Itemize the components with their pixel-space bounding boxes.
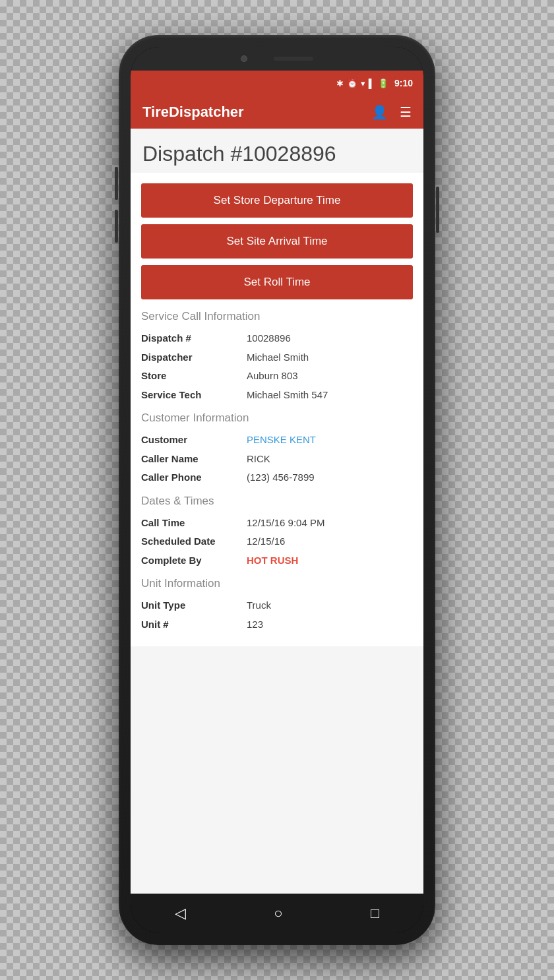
- logo-bold: Dispatcher: [169, 104, 244, 120]
- bluetooth-icon: ✱: [336, 78, 344, 88]
- customer-info-section-header: Customer Information: [141, 412, 413, 427]
- page-title: Dispatch #10028896: [131, 129, 423, 173]
- app-logo: TireDispatcher: [142, 104, 244, 121]
- call-time-row: Call Time 12/15/16 9:04 PM: [141, 516, 413, 531]
- caller-phone-value: (123) 456-7899: [247, 470, 413, 485]
- dispatch-number-value: 10028896: [247, 331, 413, 346]
- bottom-nav: ◁ ○ □: [131, 894, 423, 933]
- unit-number-value: 123: [247, 617, 413, 632]
- phone-screen: ✱ ⏰ ▾ ▌ 🔋 9:10 TireDispatcher 👤 ☰ Dispat…: [131, 47, 423, 933]
- caller-name-label: Caller Name: [141, 452, 247, 467]
- dates-times-section-header: Dates & Times: [141, 495, 413, 510]
- set-roll-time-button[interactable]: Set Roll Time: [141, 265, 413, 299]
- service-tech-row: Service Tech Michael Smith 547: [141, 388, 413, 403]
- signal-icon: ▌: [369, 78, 375, 88]
- dispatcher-label: Dispatcher: [141, 350, 247, 365]
- content-area: Dispatch #10028896 Set Store Departure T…: [131, 129, 423, 894]
- scheduled-date-row: Scheduled Date 12/15/16: [141, 534, 413, 549]
- dispatch-number-row: Dispatch # 10028896: [141, 331, 413, 346]
- customer-row: Customer PENSKE KENT: [141, 433, 413, 448]
- store-label: Store: [141, 369, 247, 384]
- service-tech-label: Service Tech: [141, 388, 247, 403]
- status-bar: ✱ ⏰ ▾ ▌ 🔋 9:10: [131, 71, 423, 96]
- home-button[interactable]: ○: [267, 898, 289, 929]
- main-card: Set Store Departure Time Set Site Arriva…: [131, 173, 423, 646]
- dispatcher-value: Michael Smith: [247, 350, 413, 365]
- call-time-value: 12/15/16 9:04 PM: [247, 516, 413, 531]
- call-time-label: Call Time: [141, 516, 247, 531]
- unit-type-label: Unit Type: [141, 598, 247, 613]
- caller-phone-row: Caller Phone (123) 456-7899: [141, 470, 413, 485]
- battery-icon: 🔋: [378, 78, 388, 88]
- caller-name-row: Caller Name RICK: [141, 452, 413, 467]
- power-button[interactable]: [436, 187, 439, 233]
- complete-by-value: HOT RUSH: [247, 553, 413, 568]
- scheduled-date-value: 12/15/16: [247, 534, 413, 549]
- camera: [241, 55, 247, 62]
- customer-value[interactable]: PENSKE KENT: [247, 433, 413, 448]
- header-icons: 👤 ☰: [371, 104, 412, 120]
- complete-by-label: Complete By: [141, 553, 247, 568]
- phone-notch: [131, 47, 423, 71]
- phone-device: ✱ ⏰ ▾ ▌ 🔋 9:10 TireDispatcher 👤 ☰ Dispat…: [119, 35, 435, 945]
- customer-label: Customer: [141, 433, 247, 448]
- status-time: 9:10: [394, 78, 413, 88]
- menu-icon[interactable]: ☰: [400, 104, 412, 120]
- set-store-departure-button[interactable]: Set Store Departure Time: [141, 183, 413, 218]
- dispatcher-row: Dispatcher Michael Smith: [141, 350, 413, 365]
- app-header: TireDispatcher 👤 ☰: [131, 96, 423, 129]
- complete-by-row: Complete By HOT RUSH: [141, 553, 413, 568]
- service-call-section-header: Service Call Information: [141, 310, 413, 326]
- volume-up-button[interactable]: [115, 167, 118, 200]
- back-button[interactable]: ◁: [168, 898, 193, 929]
- store-value: Auburn 803: [247, 369, 413, 384]
- caller-name-value: RICK: [247, 452, 413, 467]
- speaker: [274, 57, 313, 61]
- unit-type-value: Truck: [247, 598, 413, 613]
- unit-number-label: Unit #: [141, 617, 247, 632]
- wifi-icon: ▾: [361, 78, 365, 88]
- unit-info-section-header: Unit Information: [141, 577, 413, 593]
- service-tech-value: Michael Smith 547: [247, 388, 413, 403]
- unit-type-row: Unit Type Truck: [141, 598, 413, 613]
- store-row: Store Auburn 803: [141, 369, 413, 384]
- unit-number-row: Unit # 123: [141, 617, 413, 632]
- volume-down-button[interactable]: [115, 210, 118, 243]
- scheduled-date-label: Scheduled Date: [141, 534, 247, 549]
- alarm-icon: ⏰: [347, 78, 357, 88]
- user-icon[interactable]: 👤: [371, 104, 388, 120]
- dispatch-number-label: Dispatch #: [141, 331, 247, 346]
- set-site-arrival-button[interactable]: Set Site Arrival Time: [141, 224, 413, 259]
- caller-phone-label: Caller Phone: [141, 470, 247, 485]
- logo-thin: Tire: [142, 104, 169, 120]
- recents-button[interactable]: □: [364, 898, 386, 929]
